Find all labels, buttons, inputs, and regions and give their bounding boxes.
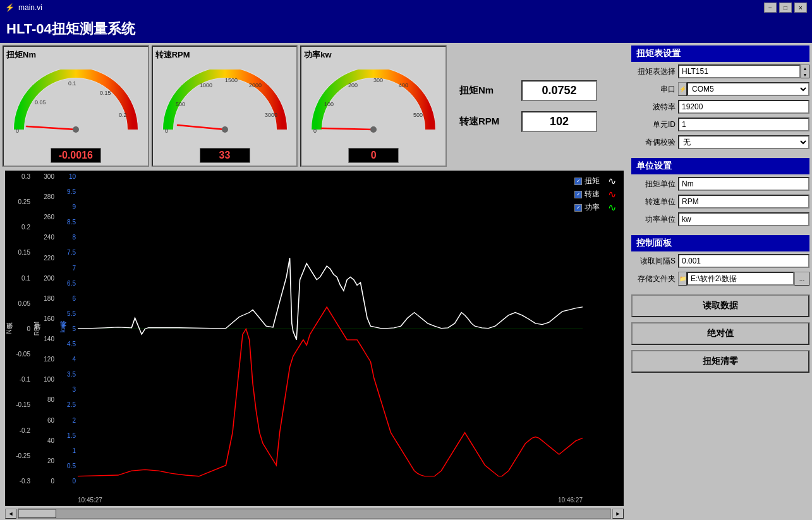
svg-line-5 [27, 126, 76, 130]
power-unit-input[interactable] [678, 212, 809, 226]
spin-up[interactable]: ▲ [801, 65, 809, 71]
legend-rpm: ✓ 转速 ∿ [574, 189, 621, 200]
unit-settings-section: 单位设置 扭矩单位 转速单位 功率单位 [631, 158, 809, 230]
folder-label: 存储文件夹 [631, 274, 676, 284]
scroll-right-btn[interactable]: ► [612, 509, 624, 519]
svg-text:3000: 3000 [265, 112, 277, 118]
rpm-unit-input[interactable] [678, 195, 809, 209]
svg-text:300: 300 [373, 77, 383, 83]
right-panel: 扭矩表设置 扭矩表选择 ▲ ▼ 串口 ⚡ COM5 COM1 [629, 43, 812, 520]
folder-icon: 📁 [678, 272, 687, 286]
interval-input[interactable] [678, 254, 809, 268]
x-axis: 10:45:27 10:46:27 [78, 497, 583, 504]
main-content: 扭矩Nm [0, 43, 812, 520]
legend-torque-line: ∿ [602, 178, 621, 185]
read-data-button[interactable]: 读取数据 [631, 294, 809, 317]
torque-table-input-group: ▲ ▼ [678, 64, 809, 78]
svg-text:400: 400 [399, 82, 408, 88]
svg-point-22 [370, 126, 377, 133]
parity-label: 奇偶校验 [631, 137, 676, 148]
svg-text:0.05: 0.05 [35, 99, 46, 106]
com-input-group: ⚡ COM5 COM1 COM2 COM3 COM4 [678, 82, 809, 96]
torque-reading-row: 扭矩Nm 0.0752 [459, 80, 616, 101]
legend-rpm-check[interactable]: ✓ [574, 191, 582, 198]
baud-input[interactable] [678, 100, 809, 114]
unit-settings-header: 单位设置 [631, 158, 809, 174]
torque-gauge-svg-wrapper: 0 0.05 0.1 0.15 0.2 [6, 62, 145, 147]
rpm-gauge: 转速RPM 0 [152, 45, 298, 167]
x-start-label: 10:45:27 [78, 497, 102, 504]
torque-gauge: 扭矩Nm [3, 45, 149, 167]
window-title: main.vi [18, 3, 42, 12]
legend-torque: ✓ 扭矩 ∿ [574, 176, 621, 186]
torque-unit-input[interactable] [678, 177, 809, 191]
torque-reading-label: 扭矩Nm [459, 85, 516, 97]
torque-zero-button[interactable]: 扭矩清零 [631, 350, 809, 373]
scroll-left-btn[interactable]: ◄ [5, 509, 16, 519]
svg-text:100: 100 [324, 101, 334, 107]
spin-down[interactable]: ▼ [801, 71, 809, 78]
rpm-unit-label: 转速单位 [631, 197, 676, 207]
title-bar-left: ⚡ main.vi [5, 3, 42, 12]
power-gauge-svg: 0 100 200 300 400 500 [310, 70, 437, 139]
scroll-thumb[interactable] [18, 509, 56, 518]
rpm-gauge-svg: 0 500 1000 1500 2000 3000 [162, 70, 288, 139]
legend-power-check[interactable]: ✓ [574, 204, 582, 212]
baud-label: 波特率 [631, 102, 676, 112]
control-header: 控制面板 [631, 235, 809, 251]
svg-text:0: 0 [313, 128, 317, 134]
parity-select[interactable]: 无 奇校验 偶校验 [678, 135, 809, 149]
power-unit-label: 功率单位 [631, 214, 676, 225]
svg-text:1000: 1000 [200, 82, 212, 88]
svg-point-14 [222, 126, 228, 133]
restore-button[interactable]: □ [779, 3, 792, 13]
rpm-reading-row: 转速RPM 102 [459, 111, 616, 132]
com-row: 串口 ⚡ COM5 COM1 COM2 COM3 COM4 [631, 82, 809, 96]
unit-id-input[interactable] [678, 118, 809, 131]
rpm-gauge-value: 33 [200, 148, 250, 163]
legend-power-line: ∿ [602, 204, 621, 212]
folder-input[interactable] [687, 272, 794, 286]
chart-area: 0.3 0.25 0.2 0.15 0.1 0.05 0 -0.05 -0.1 … [5, 171, 624, 506]
com-select[interactable]: COM5 COM1 COM2 COM3 COM4 [687, 82, 809, 96]
title-bar: ⚡ main.vi − □ × [0, 0, 812, 15]
torque-table-spinner[interactable]: ▲ ▼ [801, 64, 809, 78]
torque-table-input[interactable] [678, 64, 801, 78]
scrollbar: ◄ ► [3, 507, 626, 520]
interval-label: 读取间隔S [631, 256, 676, 267]
minimize-button[interactable]: − [764, 3, 777, 13]
legend-power-label: 功率 [585, 202, 600, 213]
com-icon: ⚡ [678, 82, 687, 96]
rpm-gauge-title: 转速RPM [155, 49, 190, 61]
rpm-unit-row: 转速单位 [631, 195, 809, 209]
rpm-reading-value: 102 [521, 111, 597, 132]
close-button[interactable]: × [794, 3, 807, 13]
power-gauge-svg-wrapper: 0 100 200 300 400 500 [304, 62, 443, 147]
torque-table-row: 扭矩表选择 ▲ ▼ [631, 64, 809, 78]
svg-text:0.2: 0.2 [119, 112, 127, 118]
scroll-track[interactable] [18, 509, 611, 519]
svg-text:2000: 2000 [249, 82, 262, 88]
rpm-axis-label-rotated: 转速RPM [33, 171, 42, 487]
rpm-gauge-svg-wrapper: 0 500 1000 1500 2000 3000 [155, 62, 294, 147]
legend-torque-check[interactable]: ✓ [574, 178, 582, 185]
power-gauge-title: 功率kw [304, 49, 331, 61]
torque-settings-section: 扭矩表设置 扭矩表选择 ▲ ▼ 串口 ⚡ COM5 COM1 [631, 45, 809, 153]
absolute-value-button[interactable]: 绝对值 [631, 322, 809, 345]
legend-rpm-line: ∿ [602, 191, 621, 198]
nm-axis-label-rotated: 扭矩Nm [5, 171, 14, 487]
chart-wrapper: 0.3 0.25 0.2 0.15 0.1 0.05 0 -0.05 -0.1 … [0, 169, 629, 520]
torque-gauge-title: 扭矩Nm [6, 49, 36, 61]
torque-gauge-svg: 0 0.05 0.1 0.15 0.2 [13, 70, 139, 139]
power-gauge: 功率kw 0 [300, 45, 447, 167]
folder-browse-btn[interactable]: ... [794, 272, 809, 286]
torque-reading-value: 0.0752 [521, 80, 597, 101]
unit-id-label: 单元ID [631, 119, 676, 130]
svg-text:500: 500 [176, 101, 185, 107]
chart-legend: ✓ 扭矩 ∿ ✓ 转速 ∿ ✓ 功率 ∿ [574, 176, 621, 213]
torque-table-label: 扭矩表选择 [631, 66, 676, 77]
kw-axis-label-rotated: 功率kw [59, 171, 68, 487]
svg-text:0: 0 [16, 128, 19, 134]
gauges-row: 扭矩Nm [0, 43, 629, 169]
svg-line-21 [322, 128, 373, 130]
